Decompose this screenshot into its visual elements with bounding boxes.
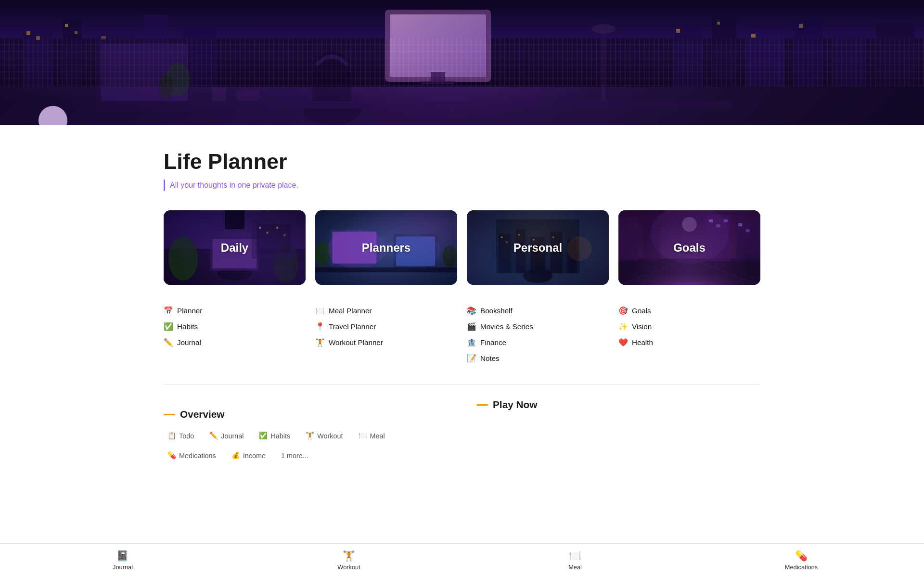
section-divider	[164, 384, 760, 385]
svg-rect-11	[876, 24, 914, 87]
tab-habits[interactable]: ✅ Habits	[255, 430, 294, 442]
card-daily-label: Daily	[221, 241, 248, 255]
planner-icon: 📅	[164, 306, 173, 315]
todo-tab-icon: 📋	[167, 432, 176, 440]
svg-rect-9	[794, 19, 823, 87]
link-habits-label: Habits	[177, 322, 198, 331]
card-goals-label: Goals	[673, 241, 706, 255]
card-personal[interactable]: Personal	[467, 210, 609, 285]
income-tab-icon: 💰	[231, 451, 240, 460]
tab-income-label: Income	[243, 452, 266, 460]
tab-meal[interactable]: 🍽️ Meal	[355, 430, 389, 442]
link-health-label: Health	[632, 338, 653, 346]
card-daily[interactable]: Daily	[164, 210, 306, 285]
card-planners-label: Planners	[362, 241, 411, 255]
svg-rect-19	[751, 34, 756, 38]
link-workout-planner-label: Workout Planner	[329, 338, 383, 346]
card-personal-label: Personal	[513, 241, 562, 255]
subtitle-accent	[164, 180, 165, 191]
svg-rect-17	[676, 29, 680, 33]
svg-rect-33	[236, 89, 260, 101]
tab-meal-label: Meal	[370, 432, 385, 440]
tab-medications[interactable]: 💊 Medications	[164, 449, 220, 462]
hero-illustration	[0, 0, 924, 125]
tab-workout-label: Workout	[317, 432, 343, 440]
page-title: Life Planner	[164, 149, 760, 174]
tab-income[interactable]: 💰 Income	[228, 449, 270, 462]
svg-rect-10	[833, 34, 866, 87]
subtitle-bar: All your thoughts in one private place.	[164, 180, 760, 191]
svg-rect-12	[26, 31, 30, 35]
tab-workout[interactable]: 🏋️ Workout	[302, 430, 346, 442]
tab-todo[interactable]: 📋 Todo	[164, 430, 198, 442]
link-finance-label: Finance	[480, 338, 506, 346]
link-finance[interactable]: 🏦 Finance	[467, 336, 609, 349]
overview-section: Overview 📋 Todo ✏️ Journal ✅ Habits 🏋️ W…	[164, 409, 448, 462]
subtitle-text: All your thoughts in one private place.	[170, 181, 298, 190]
link-movies[interactable]: 🎬 Movies & Series	[467, 320, 609, 333]
link-notes[interactable]: 📝 Notes	[467, 352, 609, 365]
svg-rect-20	[799, 24, 803, 28]
card-goals[interactable]: Goals	[618, 210, 760, 285]
svg-rect-29	[192, 101, 732, 108]
links-column-planners: 🍽️ Meal Planner 📍 Travel Planner 🏋️ Work…	[315, 304, 457, 365]
tab-journal[interactable]: ✏️ Journal	[205, 430, 247, 442]
tab-habits-label: Habits	[270, 432, 290, 440]
link-bookshelf[interactable]: 📚 Bookshelf	[467, 304, 609, 317]
medications-tab-icon: 💊	[167, 451, 176, 460]
svg-point-37	[159, 75, 173, 99]
link-travel-planner-label: Travel Planner	[329, 322, 376, 331]
link-journal[interactable]: ✏️ Journal	[164, 336, 306, 349]
svg-rect-24	[431, 72, 445, 82]
svg-rect-6	[674, 24, 703, 87]
overview-title: Overview	[180, 409, 225, 420]
link-planner-label: Planner	[177, 307, 202, 315]
bookshelf-icon: 📚	[467, 306, 476, 315]
link-goals[interactable]: 🎯 Goals	[618, 304, 760, 317]
workout-tab-icon: 🏋️	[306, 432, 314, 440]
travel-planner-icon: 📍	[315, 322, 325, 331]
links-column-goals: 🎯 Goals ✨ Vision ❤️ Health	[618, 304, 760, 365]
play-now-title: Play Now	[493, 399, 537, 410]
link-bookshelf-label: Bookshelf	[480, 307, 513, 315]
svg-rect-7	[712, 14, 736, 87]
overview-tabs: 📋 Todo ✏️ Journal ✅ Habits 🏋️ Workout 🍽️	[164, 430, 448, 462]
tab-journal-label: Journal	[221, 432, 244, 440]
links-column-daily: 📅 Planner ✅ Habits ✏️ Journal	[164, 304, 306, 365]
overview-dash	[164, 414, 175, 415]
link-meal-planner[interactable]: 🍽️ Meal Planner	[315, 304, 457, 317]
finance-icon: 🏦	[467, 338, 476, 347]
card-planners[interactable]: Planners	[315, 210, 457, 285]
link-health[interactable]: ❤️ Health	[618, 336, 760, 349]
svg-rect-2	[63, 19, 82, 87]
tab-medications-label: Medications	[179, 452, 216, 460]
svg-rect-18	[717, 22, 720, 25]
svg-rect-14	[65, 24, 68, 27]
link-workout-planner[interactable]: 🏋️ Workout Planner	[315, 336, 457, 349]
link-notes-label: Notes	[480, 354, 500, 362]
meal-planner-icon: 🍽️	[315, 306, 325, 315]
svg-rect-15	[75, 31, 77, 34]
link-habits[interactable]: ✅ Habits	[164, 320, 306, 333]
svg-rect-32	[212, 87, 226, 101]
tab-more[interactable]: 1 more...	[277, 450, 312, 462]
movies-icon: 🎬	[467, 322, 476, 331]
journal-tab-icon: ✏️	[209, 432, 218, 440]
overview-header: Overview	[164, 409, 448, 420]
tab-more-label: 1 more...	[281, 452, 308, 460]
hero-banner	[0, 0, 924, 125]
svg-rect-25	[421, 81, 455, 84]
notes-icon: 📝	[467, 354, 476, 363]
link-movies-label: Movies & Series	[480, 322, 533, 331]
goals-icon: 🎯	[618, 306, 628, 315]
meal-tab-icon: 🍽️	[359, 432, 367, 440]
health-icon: ❤️	[618, 338, 628, 347]
link-vision[interactable]: ✨ Vision	[618, 320, 760, 333]
link-planner[interactable]: 📅 Planner	[164, 304, 306, 317]
svg-rect-13	[36, 36, 40, 40]
svg-rect-23	[390, 14, 486, 77]
play-now-section: Play Now	[476, 399, 760, 410]
play-now-dash	[476, 404, 488, 406]
link-journal-label: Journal	[177, 338, 201, 346]
link-travel-planner[interactable]: 📍 Travel Planner	[315, 320, 457, 333]
